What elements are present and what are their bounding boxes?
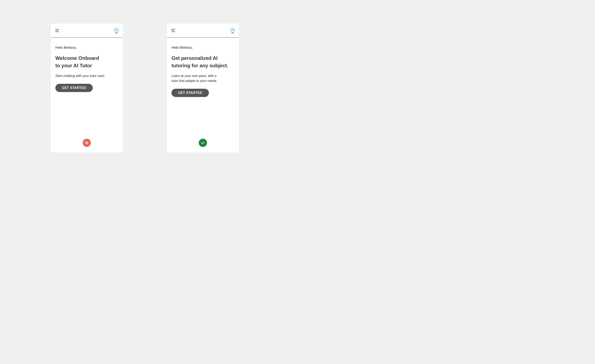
- svg-line-15: [234, 27, 234, 28]
- greeting-text: Hello Bethany,: [171, 46, 234, 49]
- subtext-line: Learn at your own pace, with a: [171, 74, 217, 78]
- welcome-heading: Get personalized AI tutoring for any sub…: [171, 55, 234, 69]
- get-started-button[interactable]: GET STARTED: [55, 84, 93, 92]
- welcome-heading: Welcome Onboard to your AI Tutor: [55, 55, 118, 69]
- svg-rect-9: [116, 33, 117, 34]
- subtext: Start chatting with your tutor now!: [55, 74, 118, 78]
- heading-line: tutoring for any subject.: [171, 63, 228, 68]
- topbar: [167, 24, 239, 38]
- heading-line: to your AI Tutor: [55, 63, 92, 68]
- subtext-line: tutor that adapts to your needs.: [171, 79, 217, 82]
- phone-mock-good: Hello Bethany, Get personalized AI tutor…: [167, 24, 239, 152]
- svg-line-14: [231, 27, 231, 28]
- svg-rect-19: [232, 33, 234, 34]
- card-body: Hello Bethany, Get personalized AI tutor…: [167, 38, 239, 97]
- status-bad-icon: [83, 139, 91, 147]
- topbar: [51, 24, 123, 38]
- heading-line: Welcome Onboard: [55, 55, 99, 61]
- lightbulb-logo-icon: [114, 27, 120, 34]
- lightbulb-logo-icon: [230, 27, 235, 34]
- svg-line-4: [115, 27, 115, 28]
- subtext: Learn at your own pace, with a tutor tha…: [171, 74, 234, 83]
- phone-mock-bad: Hello Bethany, Welcome Onboard to your A…: [51, 24, 123, 152]
- heading-line: Get personalized AI: [171, 55, 218, 61]
- svg-line-5: [118, 27, 118, 28]
- status-good-icon: [199, 139, 207, 147]
- get-started-button[interactable]: GET STARTED: [171, 89, 209, 97]
- greeting-text: Hello Bethany,: [55, 46, 118, 49]
- menu-icon[interactable]: [171, 29, 175, 32]
- card-body: Hello Bethany, Welcome Onboard to your A…: [51, 38, 123, 92]
- menu-icon[interactable]: [55, 29, 59, 32]
